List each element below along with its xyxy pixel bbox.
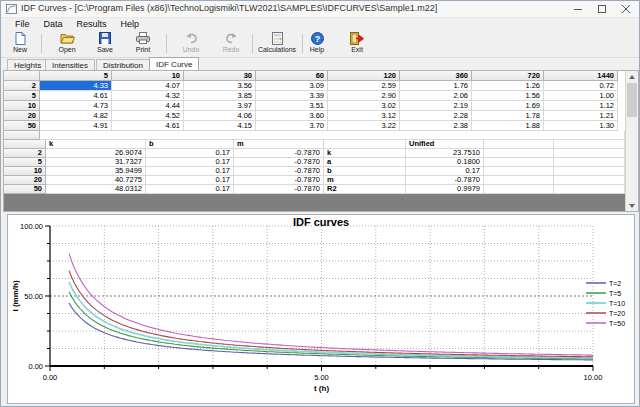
intensity-cell[interactable]: 4.91 [40, 121, 112, 131]
intensity-cell[interactable]: 1.56 [472, 91, 544, 101]
tab-intensities[interactable]: Intensities [45, 59, 95, 70]
intensity-cell[interactable]: 3.12 [328, 111, 400, 121]
intensity-cell[interactable]: 4.15 [184, 121, 256, 131]
tab-heights[interactable]: Heights [7, 59, 48, 70]
save-button[interactable]: Save [87, 31, 123, 56]
intensity-cell[interactable]: 4.82 [40, 111, 112, 121]
intensity-cell[interactable]: 1.88 [472, 121, 544, 131]
intensity-cell[interactable]: 4.44 [112, 101, 184, 111]
intensity-cell[interactable]: 3.02 [328, 101, 400, 111]
intensity-cell[interactable]: 3.60 [256, 111, 328, 121]
intensity-cell[interactable]: 1.30 [544, 121, 618, 131]
column-header-cell[interactable]: 1440 [544, 71, 618, 81]
redo-button[interactable]: Redo [213, 31, 249, 56]
empty-cell[interactable] [484, 176, 554, 185]
menu-help[interactable]: Help [114, 18, 147, 30]
calculations-button[interactable]: Calculations [255, 31, 299, 56]
k-value-cell[interactable]: 26.9074 [46, 149, 146, 158]
column-header-cell[interactable]: 5 [40, 71, 112, 81]
menu-file[interactable]: File [8, 18, 37, 30]
unified-value-cell[interactable]: 0.1800 [406, 158, 484, 167]
row-header-cell[interactable]: 20 [4, 176, 46, 185]
column-header-cell[interactable]: 60 [256, 71, 328, 81]
m-value-cell[interactable]: -0.7870 [234, 176, 324, 185]
intensity-cell[interactable]: 1.12 [544, 101, 618, 111]
maximize-button[interactable] [589, 1, 615, 17]
empty-cell[interactable] [484, 167, 554, 176]
intensity-cell[interactable]: 2.06 [400, 91, 472, 101]
m-value-cell[interactable]: -0.7870 [234, 149, 324, 158]
tab-distribution[interactable]: Distribution [96, 59, 150, 70]
empty-cell[interactable] [484, 185, 554, 194]
new-button[interactable]: New [3, 31, 37, 56]
column-header-cell[interactable]: 10 [112, 71, 184, 81]
m-value-cell[interactable]: -0.7870 [234, 158, 324, 167]
intensity-cell[interactable]: 3.56 [184, 81, 256, 91]
column-header-cell[interactable]: m [234, 140, 324, 149]
empty-cell[interactable] [554, 176, 625, 185]
intensity-cell[interactable]: 4.73 [40, 101, 112, 111]
empty-cell[interactable] [554, 185, 625, 194]
intensity-cell[interactable]: 3.97 [184, 101, 256, 111]
row-header-cell[interactable]: 10 [4, 167, 46, 176]
exit-button[interactable]: Exit [337, 31, 377, 56]
empty-cell[interactable] [554, 167, 625, 176]
intensity-cell[interactable]: 1.78 [472, 111, 544, 121]
intensity-cell[interactable]: 4.06 [184, 111, 256, 121]
empty-cell[interactable] [554, 158, 625, 167]
unified-value-cell[interactable]: 0.17 [406, 167, 484, 176]
column-header-cell[interactable] [484, 140, 554, 149]
empty-cell[interactable] [554, 149, 625, 158]
column-header-cell[interactable]: 720 [472, 71, 544, 81]
row-header-cell[interactable]: 2 [4, 149, 46, 158]
unified-value-cell[interactable]: -0.7870 [406, 176, 484, 185]
help-button[interactable]: ? Help [297, 31, 337, 56]
column-header-cell[interactable]: 120 [328, 71, 400, 81]
column-header-cell[interactable]: Unified [406, 140, 484, 149]
row-header-cell[interactable]: 10 [4, 101, 40, 111]
intensity-cell[interactable]: 2.59 [328, 81, 400, 91]
unified-param-label-cell[interactable]: b [324, 167, 406, 176]
unified-param-label-cell[interactable]: a [324, 158, 406, 167]
intensity-cell[interactable]: 2.28 [400, 111, 472, 121]
menu-results[interactable]: Results [70, 18, 114, 30]
intensity-cell[interactable]: 1.26 [472, 81, 544, 91]
intensity-cell[interactable]: 4.61 [112, 121, 184, 131]
column-header-cell[interactable]: 360 [400, 71, 472, 81]
unified-param-label-cell[interactable]: m [324, 176, 406, 185]
unified-value-cell[interactable]: 23.7510 [406, 149, 484, 158]
intensity-cell[interactable]: 3.39 [256, 91, 328, 101]
intensity-cell[interactable]: 1.76 [400, 81, 472, 91]
b-value-cell[interactable]: 0.17 [146, 149, 234, 158]
intensity-cell[interactable]: 3.85 [184, 91, 256, 101]
grid-vertical-scrollbar[interactable] [625, 71, 638, 211]
k-value-cell[interactable]: 35.9499 [46, 167, 146, 176]
intensity-cell[interactable]: 1.21 [544, 111, 618, 121]
empty-cell[interactable] [40, 131, 625, 140]
print-button[interactable]: Print [123, 31, 163, 56]
b-value-cell[interactable]: 0.17 [146, 158, 234, 167]
intensity-cell[interactable]: 1.69 [472, 101, 544, 111]
row-header-cell[interactable]: 5 [4, 158, 46, 167]
row-header-cell[interactable]: 50 [4, 121, 40, 131]
selected-cell[interactable]: 4.33 [40, 81, 112, 91]
scroll-up-arrow[interactable] [626, 71, 638, 82]
intensity-cell[interactable]: 4.61 [40, 91, 112, 101]
row-header-cell[interactable]: 5 [4, 91, 40, 101]
intensity-cell[interactable]: 1.00 [544, 91, 618, 101]
k-value-cell[interactable]: 31.7327 [46, 158, 146, 167]
intensity-cell[interactable]: 2.90 [328, 91, 400, 101]
intensity-cell[interactable]: 2.19 [400, 101, 472, 111]
intensity-cell[interactable]: 3.70 [256, 121, 328, 131]
intensity-cell[interactable]: 3.09 [256, 81, 328, 91]
row-header-cell[interactable]: 2 [4, 81, 40, 91]
corner-header-cell[interactable] [4, 71, 40, 81]
open-button[interactable]: Open [47, 31, 87, 56]
row-header-cell[interactable]: 50 [4, 185, 46, 194]
unified-value-cell[interactable]: 0.9979 [406, 185, 484, 194]
undo-button[interactable]: Undo [171, 31, 211, 56]
row-header-cell[interactable]: 20 [4, 111, 40, 121]
intensity-cell[interactable]: 4.52 [112, 111, 184, 121]
intensity-cell[interactable]: 2.38 [400, 121, 472, 131]
intensity-cell[interactable]: 4.32 [112, 91, 184, 101]
